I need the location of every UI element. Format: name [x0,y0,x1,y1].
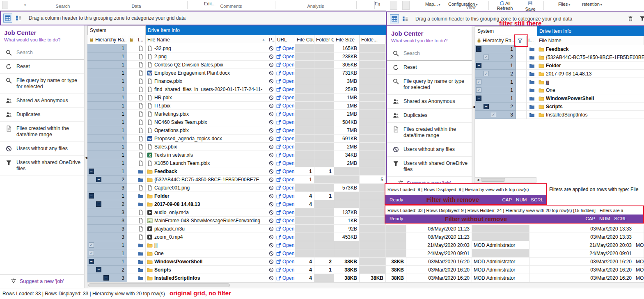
open-link[interactable]: Open [275,234,294,240]
open-link[interactable]: Open [275,54,294,59]
horizontal-scrollbar[interactable] [87,282,644,288]
job-item-duplicates[interactable]: Duplicates [0,108,84,122]
grid-row-continuation[interactable]: 08/May/2020 11:2303/Mar/2020 13:33 [386,233,644,241]
open-link[interactable]: Open [275,185,294,191]
grid-row[interactable]: ✓22017-09-08 14.48.13 [475,70,644,78]
job-item-reset[interactable]: Reset [387,61,472,75]
grid-row-continuation[interactable]: 38KB03/Mar/2020 16:20MOD Administrator03… [386,266,644,274]
grid-row[interactable]: −1FeedbackOpen11 [87,167,386,176]
open-link[interactable]: Open [275,128,294,133]
grid-row[interactable]: ✓1jjj [475,78,644,86]
open-link[interactable]: Open [275,119,294,125]
open-link[interactable]: Open [275,210,294,215]
row-checkbox[interactable]: ✓ [491,112,496,117]
grid-row[interactable]: 1WEmployee Engagement Plan!.docxOpen731K… [87,69,386,77]
grid-row[interactable]: 1X1050 Launch Team.pbixOpen2MB [87,159,386,167]
grid-row-continuation[interactable]: 38KB03/Mar/2020 16:20MOD Administrator03… [386,258,644,266]
open-link[interactable]: Open [275,226,294,232]
grid-row[interactable]: −2{532AB44C-BC75-4850-8BCE-1FB5DE00BE7EO… [87,176,386,184]
save-button[interactable]: Save [521,1,539,11]
open-link[interactable]: Open [275,95,294,100]
grid-row[interactable]: 12.pngOpen238KB [87,52,386,61]
card-view-button[interactable] [401,14,410,23]
column-header-url[interactable]: URL [275,35,295,44]
job-item-files-created-within-the-date-time-range[interactable]: Files created within the date/time range [387,123,472,143]
job-item-users-with-shared-onedrive-files[interactable]: Users with shared OneDrive files [387,157,472,177]
job-item-reset[interactable]: Reset [0,60,84,74]
open-link[interactable]: Open [275,62,294,68]
grid-row[interactable]: 1WProposed_agenda_topics.docxOpen691KB [87,135,386,143]
collapse-expand-toggle[interactable]: − [89,259,94,264]
collapse-expand-toggle[interactable]: − [89,169,94,174]
open-link[interactable]: Open [275,46,294,51]
row-checkbox[interactable]: ✓ [89,251,94,256]
grid-row[interactable]: 1Contoso Q2 Division Sales.pbixOpen305KB [87,61,386,69]
grid-row[interactable]: 3playback.m3uOpen92B [87,225,386,233]
ribbon-button-eg[interactable]: Eg [375,1,380,6]
grid-row[interactable]: 1Finance.pbixOpen3MB [87,77,386,85]
scrollbar-thumb[interactable] [481,178,505,182]
sidebar-splitter[interactable]: ◀ [472,26,475,183]
grid-row[interactable]: 3MainFrame-048-ShowMessageRulesForwardin… [87,217,386,225]
job-item-users-without-any-files[interactable]: Users without any files [387,143,472,157]
grid-row[interactable]: −1WindowsPowerShell [475,94,644,103]
grid-row[interactable]: −2ScriptsOpen4138KB [87,266,386,274]
grid-row[interactable]: 1find_shared_files_in_users-2020-01-17-1… [87,85,386,94]
horizontal-scrollbar[interactable]: ◀ [475,177,536,183]
group-header-system[interactable]: System [87,25,146,35]
group-header-drive-item-info[interactable]: Drive Item Info [537,26,644,36]
collapse-expand-toggle[interactable]: − [96,177,101,182]
collapse-expand-toggle[interactable]: − [476,63,481,68]
open-link[interactable]: Open [275,111,294,117]
ribbon-button-edit[interactable]: Edit... [204,1,215,6]
open-link[interactable]: Open [275,242,294,248]
grid-row[interactable]: ✓1jjjOpen [87,241,386,249]
open-link[interactable]: Open [275,144,294,150]
grid-row[interactable]: 3Capture001.pngOpen573KB [87,184,386,192]
job-item-shared-as-anonymous[interactable]: Shared as Anonymous [387,95,472,109]
scrollbar-thumb[interactable] [88,283,230,287]
grid-view-button[interactable] [3,14,12,23]
open-link[interactable]: Open [275,259,294,265]
grid-row[interactable]: −2Scripts [475,103,644,111]
suggest-new-job-link[interactable]: Suggest a new 'job' [0,274,84,288]
grid-row[interactable]: −1Folder [475,62,644,70]
grid-row[interactable]: ✓3InstalledScriptInfos [475,111,644,119]
refresh-all-button[interactable]: All Refresh [492,1,518,11]
column-header-lock[interactable] [127,35,136,44]
delete-rows-button[interactable] [628,16,633,23]
open-link[interactable]: Open [275,169,294,174]
column-header-item-icon[interactable]: I... [136,35,146,44]
job-item-file-query-by-name-or-type-for-selected[interactable]: File query by name or type for selected [0,74,84,94]
open-link[interactable]: Open [275,177,294,183]
grid-row[interactable]: −1WindowsPowerShellOpen4238KB [87,258,386,266]
grid-row[interactable]: ✓1One [475,86,644,94]
card-view-button[interactable] [14,14,23,23]
open-link[interactable]: Open [275,218,294,224]
job-item-search[interactable]: Search [0,46,84,60]
open-link[interactable]: Open [275,251,294,256]
grid-row-continuation[interactable]: 24/May/2020 09:0124/May/2020 09:01 [386,249,644,258]
open-link[interactable]: Open [275,160,294,166]
collapse-expand-toggle[interactable]: − [89,193,94,199]
row-checkbox[interactable]: ✓ [484,71,489,76]
grid-row[interactable]: −1Feedback [475,45,644,53]
grid-row[interactable]: 1Marketings.pbixOpen2MB [87,110,386,118]
grid-row-continuation[interactable]: 08/May/2020 11:2303/Mar/2020 13:33 [386,225,644,233]
grid-row[interactable]: −1FolderOpen41 [87,192,386,200]
grid-row[interactable]: −22017-09-08 14.48.13Open4 [87,200,386,208]
collapse-expand-toggle[interactable]: − [476,46,481,52]
job-item-search[interactable]: Search [387,47,472,61]
job-item-file-query-by-name-or-type-for-selected[interactable]: File query by name or type for selected [387,75,472,95]
job-item-files-created-within-the-date-time-range[interactable]: Files created within the date/time range [0,122,84,142]
grid-row[interactable]: 3zoom_0.mp4Open453KB [87,233,386,241]
scroll-left-icon[interactable]: ◀ [475,178,481,182]
grid-row[interactable]: ✓1OneOpen [87,249,386,258]
grid-row[interactable]: 1HR.pbixOpen1MB [87,94,386,102]
open-link[interactable]: Open [275,201,294,207]
job-item-users-with-shared-onedrive-files[interactable]: Users with shared OneDrive files [0,156,84,176]
grid-row-continuation[interactable]: 21/May/2020 20:03MOD Administrator21/May… [386,241,644,249]
job-item-duplicates[interactable]: Duplicates [387,109,472,123]
column-header-hierarchy-rank[interactable]: Hierarchy Ra... [87,35,127,44]
grid-row[interactable]: 1IT!.pbixOpen1MB [87,102,386,110]
